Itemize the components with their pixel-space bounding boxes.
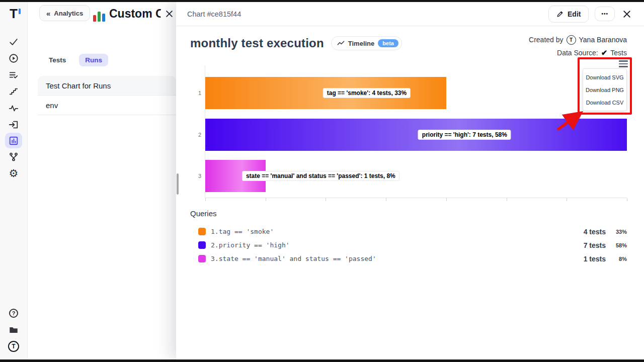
query-row-2: 2. priority == 'high' 7 tests 58%	[198, 238, 627, 252]
drawer-header: Chart #ce815f44 Edit •••	[176, 2, 644, 26]
bar-priority-high[interactable]	[205, 119, 627, 151]
data-source-label: Data Source:	[557, 49, 598, 57]
query-index-3: 3.	[211, 255, 219, 262]
bar-label-priority-high: priority == 'high': 7 tests, 58%	[418, 130, 511, 140]
bar-label-tag-smoke: tag == 'smoke': 4 tests, 33%	[323, 88, 411, 98]
steps-icon	[9, 86, 19, 97]
drawer-title: Chart #ce815f44	[187, 10, 241, 18]
queries-section: Queries 1. tag == 'smoke' 4 tests 33% 2.…	[190, 209, 627, 265]
drawer-close-button[interactable]	[621, 8, 633, 20]
more-options-button[interactable]: •••	[595, 7, 615, 21]
app-root: T	[0, 0, 644, 362]
edit-button[interactable]: Edit	[548, 6, 589, 23]
x-axis	[205, 198, 627, 198]
sidebar-item-branches[interactable]	[5, 148, 23, 165]
close-icon	[166, 10, 173, 18]
charts-list: Test Chart for Runs env	[38, 76, 176, 115]
query-tests-1: 4 tests	[578, 228, 606, 236]
chart-title-row: monthly test execution Timeline beta	[190, 36, 402, 50]
list-tabs: Tests Runs	[43, 54, 108, 66]
pulse-icon	[9, 103, 19, 113]
list-item-test-chart-for-runs[interactable]: Test Chart for Runs	[38, 76, 176, 96]
sidebar-item-settings[interactable]: ⚙	[5, 165, 23, 182]
help-icon: ?	[9, 309, 18, 318]
data-source-line: Data Source: ✔ Tests	[529, 46, 627, 59]
app-logo-accent	[19, 9, 21, 14]
query-tests-2: 7 tests	[578, 241, 606, 249]
menu-item-download-csv[interactable]: Download CSV	[583, 96, 626, 109]
sidebar-item-projects[interactable]	[5, 321, 23, 338]
query-index-2: 2.	[211, 241, 219, 249]
bar-row-1: tag == 'smoke': 4 tests, 33%	[205, 77, 627, 109]
left-panel-close-button[interactable]	[160, 5, 178, 23]
drawer-actions: Edit •••	[548, 6, 633, 23]
query-tests-3: 1 tests	[578, 255, 606, 263]
query-text-3: state == 'manual' and status == 'passed'	[219, 255, 376, 262]
icon-sidebar: T	[0, 2, 28, 359]
check-icon: ✔	[601, 48, 608, 57]
branch-icon	[9, 152, 19, 162]
data-source-value: Tests	[610, 49, 627, 57]
query-text-2: priority == 'high'	[219, 241, 290, 249]
timeline-toggle[interactable]: Timeline beta	[331, 36, 402, 50]
bar-row-3: state == 'manual' and status == 'passed'…	[205, 160, 627, 192]
y-axis-label-2: 2	[194, 132, 201, 138]
sidebar-item-runs[interactable]	[5, 50, 23, 66]
queries-heading: Queries	[190, 209, 627, 218]
bar-label-state-manual-passed: state == 'manual' and status == 'passed'…	[242, 171, 399, 181]
query-index-1: 1.	[211, 228, 219, 235]
tab-tests[interactable]: Tests	[43, 54, 72, 66]
bar-chart-icon	[9, 136, 19, 146]
timeline-label: Timeline	[348, 40, 375, 47]
back-chevrons-icon: «	[46, 9, 50, 18]
scrollbar-thumb[interactable]	[177, 173, 179, 195]
timeline-zigzag-icon	[337, 40, 345, 46]
query-row-3: 3. state == 'manual' and status == 'pass…	[198, 252, 627, 265]
sidebar-item-steps[interactable]	[5, 83, 23, 100]
sidebar-item-tests[interactable]	[5, 33, 23, 50]
sidebar-item-help[interactable]: ?	[5, 305, 23, 321]
back-button-label: Analytics	[54, 10, 83, 17]
pencil-icon	[556, 11, 564, 18]
chart-title: monthly test execution	[190, 36, 324, 50]
list-item-env[interactable]: env	[38, 96, 176, 115]
created-by-line: Created by T Yana Baranova	[529, 33, 627, 46]
sidebar-item-analytics[interactable]	[5, 133, 22, 148]
chart-meta: Created by T Yana Baranova Data Source: …	[529, 33, 627, 59]
close-icon	[623, 10, 631, 18]
bar-row-2: priority == 'high': 7 tests, 58%	[205, 119, 627, 151]
query-swatch-1	[198, 228, 206, 235]
menu-item-download-svg[interactable]: Download SVG	[583, 71, 626, 83]
custom-charts-panel: « Analytics Custom C Tests Runs Test Cha…	[28, 2, 176, 359]
query-swatch-2	[198, 241, 206, 249]
custom-chart-icon	[93, 9, 106, 22]
query-percent-1: 33%	[606, 229, 627, 235]
screen-bottom-strip	[0, 359, 644, 362]
gear-icon: ⚙	[9, 168, 19, 178]
check-icon	[9, 37, 19, 47]
query-row-1: 1. tag == 'smoke' 4 tests 33%	[198, 225, 627, 238]
sidebar-item-test-plans[interactable]	[5, 66, 23, 83]
sidebar-item-import[interactable]	[5, 116, 23, 133]
y-axis-label-3: 3	[194, 173, 201, 179]
app-logo[interactable]: T	[10, 6, 18, 22]
query-text-1: tag == 'smoke'	[219, 228, 274, 235]
play-circle-icon	[9, 53, 19, 63]
menu-item-download-png[interactable]: Download PNG	[583, 83, 626, 96]
ellipsis-icon: •••	[601, 11, 608, 17]
chart-drawer: Chart #ce815f44 Edit ••• monthly test ex…	[176, 2, 644, 359]
query-percent-3: 8%	[606, 256, 627, 262]
tab-runs[interactable]: Runs	[79, 54, 108, 66]
back-to-analytics-button[interactable]: « Analytics	[39, 5, 90, 21]
sidebar-nav: ⚙	[5, 33, 23, 182]
sidebar-item-account[interactable]: T	[5, 338, 23, 354]
beta-badge: beta	[378, 39, 398, 47]
sidebar-item-pulse[interactable]	[5, 100, 23, 116]
plot-area: tag == 'smoke': 4 tests, 33% priority ==…	[205, 65, 627, 198]
account-logo-icon: T	[8, 341, 19, 352]
list-check-icon	[9, 70, 19, 80]
created-by-label: Created by	[529, 36, 563, 44]
app-logo-letter: T	[10, 6, 18, 21]
query-percent-2: 58%	[606, 242, 627, 248]
creator-avatar: T	[567, 35, 576, 45]
